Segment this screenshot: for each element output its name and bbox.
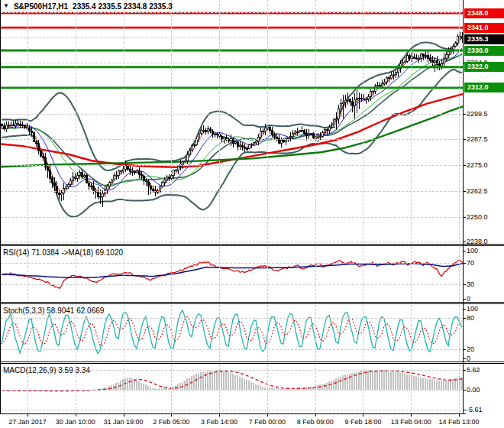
stoch-title: Stoch(5,3,3) 58.9041 62.0669: [3, 306, 104, 315]
symbol-period-label: S&P500H17,H1: [14, 2, 68, 11]
collapse-chart-icon[interactable]: ▼: [3, 2, 9, 10]
price-level-label: 2341.0: [464, 23, 504, 33]
chart-canvas[interactable]: [0, 0, 504, 428]
time-axis-label: 27 Jan 2017: [8, 418, 47, 426]
ohlc-values-label: 2335.4 2335.5 2334.8 2335.3: [73, 2, 173, 11]
time-axis-label: 13 Feb 04:00: [391, 418, 431, 426]
price-level-label: 2322.0: [464, 62, 504, 72]
time-axis-label: 8 Feb 09:00: [297, 418, 334, 426]
chart-header: ▼ S&P500H17,H1 2335.4 2335.5 2334.8 2335…: [3, 2, 173, 11]
current-price-label: 2335.3: [464, 34, 504, 44]
stoch-axis-tick-label: 80: [467, 314, 474, 322]
stoch-axis-tick-label: 100: [467, 305, 478, 313]
price-axis-tick-label: 2275.0: [467, 161, 488, 169]
time-axis-label: 30 Jan 10:00: [56, 418, 95, 426]
time-axis-label: 9 Feb 18:00: [344, 418, 381, 426]
rsi-axis-tick-label: 100: [467, 247, 478, 255]
price-axis-tick-label: 2250.0: [467, 213, 488, 221]
price-level-label: 2330.0: [464, 46, 504, 56]
time-axis-label: 31 Jan 19:00: [104, 418, 144, 426]
price-axis-tick-label: 2299.5: [467, 110, 488, 118]
chart-window: ▼ S&P500H17,H1 2335.4 2335.5 2334.8 2335…: [0, 0, 504, 428]
rsi-axis-tick-label: 0: [467, 295, 470, 303]
rsi-title: RSI(14) 71.0384 ->MA(18) 69.1020: [3, 248, 123, 257]
price-level-label: 2348.0: [464, 8, 504, 18]
macd-axis-tick-label: -5.61: [467, 406, 483, 413]
time-axis-label: 14 Feb 13:00: [438, 418, 479, 426]
price-axis-tick-label: 2287.5: [467, 135, 488, 143]
stoch-axis-tick-label: 20: [467, 345, 474, 353]
price-level-label: 2312.0: [464, 83, 504, 92]
macd-axis-tick-label: 0.00: [467, 386, 480, 394]
rsi-axis-tick-label: 70: [467, 259, 474, 267]
time-axis-label: 2 Feb 05:00: [153, 418, 189, 426]
price-axis-tick-label: 2262.5: [467, 187, 488, 195]
macd-axis-tick-label: 5.62: [467, 366, 480, 374]
macd-title: MACD(12,26,9) 3.59 3.34: [3, 366, 90, 374]
price-axis-tick-label: 2238.0: [467, 238, 488, 245]
rsi-axis-tick-label: 30: [467, 280, 474, 288]
time-axis-label: 7 Feb 00:00: [249, 418, 286, 426]
time-axis-label: 3 Feb 14:00: [201, 418, 237, 426]
stoch-axis-tick-label: 0: [467, 355, 470, 362]
